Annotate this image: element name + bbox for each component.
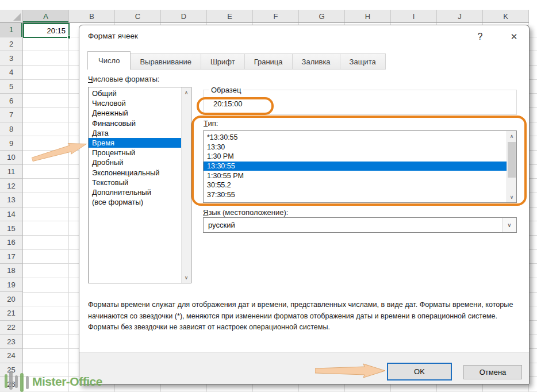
column-header[interactable]: K — [483, 10, 529, 22]
row-header[interactable]: 1 — [0, 23, 22, 37]
help-icon[interactable]: ? — [474, 30, 486, 43]
select-all-corner[interactable] — [0, 10, 23, 23]
row-header[interactable]: 19 — [0, 278, 22, 293]
format-category-item[interactable]: Общий — [89, 89, 181, 98]
row-header[interactable]: 3 — [0, 51, 22, 66]
type-item[interactable]: 1:30:55 PM — [204, 171, 507, 180]
column-header[interactable]: H — [345, 10, 391, 22]
scroll-down-icon[interactable]: ∨ — [182, 273, 191, 282]
row-header[interactable]: 18 — [0, 264, 22, 278]
language-label: Язык (местоположение): — [203, 208, 288, 217]
scrollbar-thumb[interactable] — [508, 142, 516, 178]
row-header[interactable]: 4 — [0, 66, 22, 80]
row-header[interactable]: 14 — [0, 207, 22, 222]
type-item[interactable]: 13:30:55 — [204, 162, 507, 171]
dialog-title: Формат ячеек — [88, 32, 138, 40]
column-header[interactable]: J — [437, 10, 483, 22]
dialog-tab[interactable]: Выравнивание — [130, 53, 201, 70]
dialog-tab[interactable]: Заливка — [292, 53, 340, 70]
row-header[interactable]: 6 — [0, 94, 22, 108]
column-header[interactable]: I — [391, 10, 437, 22]
language-dropdown[interactable]: русский ∨ — [203, 217, 517, 233]
dialog-tab[interactable]: Граница — [244, 53, 293, 70]
row-header[interactable]: 15 — [0, 221, 22, 236]
dialog-tab[interactable]: Защита — [340, 53, 386, 70]
column-header[interactable]: D — [161, 10, 207, 22]
format-category-item[interactable]: Экспоненциальный — [89, 168, 181, 178]
format-category-item[interactable]: Текстовый — [89, 178, 181, 187]
number-formats-listbox: ОбщийЧисловойДенежныйФинансовыйДатаВремя… — [88, 87, 191, 283]
row-header[interactable]: 23 — [0, 335, 22, 349]
format-category-item[interactable]: Финансовый — [89, 118, 181, 128]
row-header[interactable]: 24 — [0, 349, 22, 363]
row-header[interactable]: 7 — [0, 108, 22, 122]
row-header[interactable]: 2 — [0, 37, 22, 52]
scroll-down-icon[interactable]: ∨ — [507, 193, 516, 202]
row-header[interactable]: 12 — [0, 179, 22, 193]
select-all-triangle-icon — [13, 13, 21, 21]
row-header[interactable]: 9 — [0, 136, 22, 151]
format-description: Форматы времени служат для отображения д… — [88, 299, 524, 333]
cancel-button[interactable]: Отмена — [463, 365, 522, 379]
row-header[interactable]: 8 — [0, 122, 22, 137]
sample-groupbox: Образец 20:15:00 — [203, 90, 517, 115]
ok-button[interactable]: OK — [387, 363, 452, 381]
format-category-item[interactable]: Дробный — [89, 157, 181, 167]
dialog-footer — [79, 352, 529, 384]
row-header[interactable]: 5 — [0, 80, 22, 94]
format-category-item[interactable]: Числовой — [89, 98, 181, 108]
type-item[interactable]: *13:30:55 — [204, 133, 507, 143]
column-header[interactable]: E — [207, 10, 253, 22]
dialog-tabs: ЧислоВыравниваниеШрифтГраницаЗаливкаЗащи… — [87, 51, 386, 70]
row-header[interactable]: 13 — [0, 193, 22, 207]
scroll-up-icon[interactable]: ∧ — [507, 132, 516, 141]
column-headers: ABCDEFGHIJK — [23, 10, 529, 23]
dialog-tab[interactable]: Число — [87, 51, 131, 70]
dialog-tab[interactable]: Шрифт — [201, 53, 245, 70]
watermark: Mister-Office — [2, 369, 102, 392]
row-header[interactable]: 20 — [0, 292, 22, 306]
row-header[interactable]: 11 — [0, 165, 22, 179]
row-header[interactable]: 16 — [0, 236, 22, 250]
row-header[interactable]: 22 — [0, 321, 22, 335]
column-header[interactable]: B — [69, 10, 115, 22]
format-category-item[interactable]: Дата — [89, 128, 181, 138]
type-scrollbar[interactable]: ∧ ∨ — [507, 131, 516, 202]
row-header[interactable]: 17 — [0, 250, 22, 264]
row-headers: 1234567891011121314151617181920212223242… — [0, 23, 23, 391]
sample-group-label: Образец — [209, 86, 243, 94]
type-item[interactable]: 13:30 — [204, 143, 507, 152]
fill-handle[interactable] — [67, 36, 71, 39]
watermark-text: Mister-Office — [32, 375, 102, 389]
type-item[interactable]: 30:55.2 — [204, 180, 507, 190]
format-cells-dialog: Формат ячеек ? ✕ ЧислоВыравниваниеШрифтГ… — [79, 25, 530, 385]
type-label: Тип: — [204, 119, 218, 128]
number-formats-label: Числовые форматы: — [88, 75, 159, 83]
type-listbox: *13:30:5513:301:30 PM13:30:551:30:55 PM3… — [203, 130, 517, 203]
row-header[interactable]: 21 — [0, 306, 22, 321]
column-header[interactable]: A — [23, 10, 69, 22]
row-header[interactable]: 10 — [0, 151, 22, 165]
type-item[interactable]: 37:30:55 — [204, 190, 507, 200]
watermark-logo-icon — [2, 369, 32, 392]
column-header[interactable]: G — [299, 10, 345, 22]
chevron-down-icon[interactable]: ∨ — [502, 218, 516, 232]
close-icon[interactable]: ✕ — [507, 30, 521, 43]
format-category-item[interactable]: Денежный — [89, 108, 181, 118]
column-header[interactable]: F — [253, 10, 299, 22]
sample-value: 20:15:00 — [213, 99, 243, 108]
type-item[interactable]: 1:30 PM — [204, 152, 507, 162]
column-header[interactable]: C — [115, 10, 161, 22]
format-category-item[interactable]: (все форматы) — [89, 197, 181, 207]
active-cell-a1[interactable]: 20:15 — [23, 23, 70, 38]
category-scrollbar[interactable]: ∧ ∨ — [181, 87, 191, 283]
format-category-item[interactable]: Время — [89, 138, 181, 148]
language-value: русский — [208, 221, 235, 229]
format-category-item[interactable]: Дополнительный — [89, 187, 181, 197]
active-cell-value: 20:15 — [47, 26, 66, 35]
scroll-up-icon[interactable]: ∧ — [182, 88, 191, 97]
format-category-item[interactable]: Процентный — [89, 148, 181, 157]
